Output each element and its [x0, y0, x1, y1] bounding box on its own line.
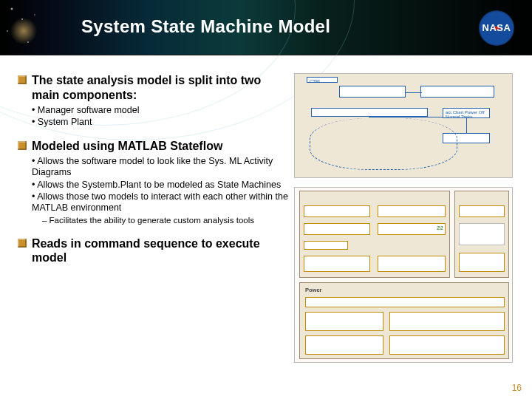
- diagram-state: [459, 253, 505, 272]
- bullet-marker-icon: [18, 239, 27, 248]
- sub-text: Allows the software model to look like t…: [32, 156, 273, 177]
- diagram-connector: [310, 118, 457, 170]
- diagram-state: [378, 205, 446, 217]
- diagram-state: [304, 256, 370, 272]
- bullet-marker-icon: [18, 141, 27, 150]
- diagram-state: [389, 312, 505, 331]
- diagram-state: [304, 205, 370, 217]
- sub-item: System Plant: [32, 117, 291, 128]
- subsub-list: Facilitates the ability to generate cust…: [42, 215, 291, 225]
- nasa-logo-icon: [476, 10, 517, 46]
- page-number: 16: [512, 383, 522, 393]
- diagram-badge: 22: [437, 225, 443, 231]
- sub-text: Allows those two models to interact with…: [32, 191, 288, 213]
- slide-title: System State Machine Model: [81, 16, 330, 37]
- diagram-node: [311, 108, 428, 117]
- slide: System State Machine Model The state ana…: [0, 0, 532, 399]
- diagram-connector: [466, 118, 467, 133]
- diagram-state: [305, 312, 383, 331]
- slide-header: System State Machine Model: [0, 0, 532, 55]
- diagram-state: [304, 223, 370, 235]
- diagram-state: [459, 223, 505, 245]
- diagram-node: [339, 86, 406, 98]
- bullet-item: Modeled using MATLAB Stateflow Allows th…: [18, 139, 291, 226]
- sub-item: Allows those two models to interact with…: [32, 191, 291, 214]
- bullet-marker-icon: [18, 75, 27, 84]
- diagram-connector: [369, 117, 443, 117]
- sub-item: Manager software model: [32, 105, 291, 116]
- diagram-top: CTRL act Chart Power Off Normal Tasks: [294, 73, 513, 178]
- subsub-text: Facilitates the ability to generate cust…: [50, 216, 254, 225]
- slide-body: The state analysis model is split into t…: [0, 55, 532, 372]
- diagram-label: Power: [305, 287, 322, 293]
- diagram-state: [304, 241, 348, 250]
- diagram-state: [305, 335, 383, 355]
- bullet-item: Reads in command sequence to execute mod…: [18, 236, 291, 265]
- bullet-item: The state analysis model is split into t…: [18, 73, 291, 129]
- sub-text: Allows the Systemb.Plant to be modeled a…: [37, 180, 281, 190]
- bullet-text: Modeled using MATLAB Stateflow: [32, 139, 222, 154]
- diagram-state: [389, 335, 505, 355]
- sub-text: System Plant: [38, 117, 92, 127]
- diagram-state: [378, 256, 446, 272]
- sub-item: Allows the Systemb.Plant to be modeled a…: [32, 180, 291, 191]
- diagram-state: [459, 205, 505, 217]
- subsub-item: Facilitates the ability to generate cust…: [42, 215, 291, 225]
- bullet-text: Reads in command sequence to execute mod…: [32, 236, 291, 265]
- diagram-node: CTRL: [307, 77, 338, 83]
- sub-item: Allows the software model to look like t…: [32, 156, 291, 179]
- diagram-node: [420, 86, 494, 98]
- diagram-column: CTRL act Chart Power Off Normal Tasks Po…: [291, 73, 514, 372]
- sub-text: Manager software model: [38, 105, 140, 115]
- diagram-state: [305, 297, 505, 307]
- diagram-state: 22: [378, 223, 446, 235]
- sub-list: Allows the software model to look like t…: [32, 156, 291, 214]
- diagram-node: act Chart Power Off Normal Tasks: [443, 108, 490, 118]
- bullet-list: The state analysis model is split into t…: [18, 73, 291, 265]
- text-column: The state analysis model is split into t…: [18, 73, 291, 372]
- sub-list: Manager software model System Plant: [32, 105, 291, 129]
- bullet-text: The state analysis model is split into t…: [32, 73, 291, 102]
- diagram-connector: [406, 92, 422, 93]
- diagram-bottom: Power 22: [294, 187, 513, 363]
